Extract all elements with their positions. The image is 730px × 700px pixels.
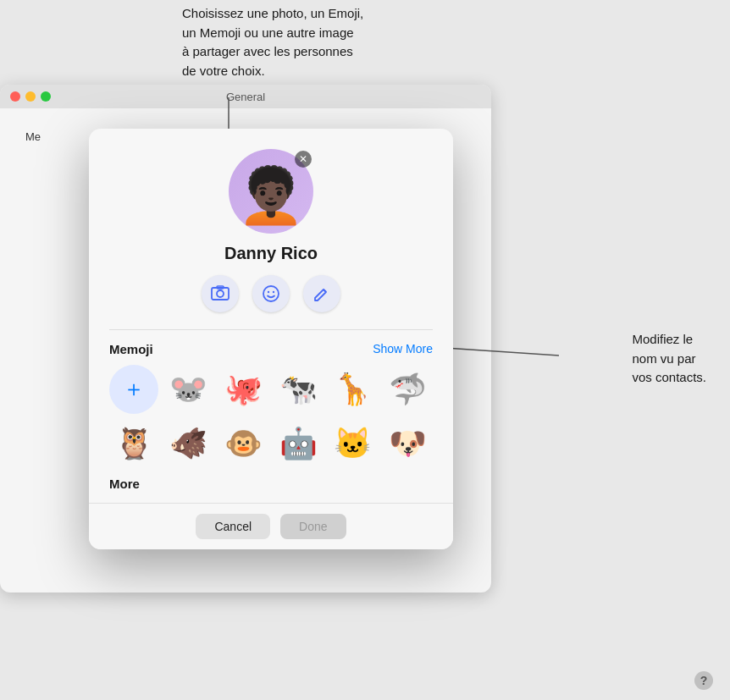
modal-footer: Cancel Done bbox=[89, 503, 453, 549]
emoji-mouse[interactable]: 🐭 bbox=[164, 365, 213, 414]
photo-button[interactable] bbox=[202, 275, 239, 312]
emoji-button[interactable] bbox=[252, 275, 290, 312]
modal-dialog: 🧑🏿‍🦱 ✕ Danny Rico bbox=[89, 129, 453, 549]
cancel-button[interactable]: Cancel bbox=[196, 514, 270, 539]
svg-point-7 bbox=[273, 290, 274, 292]
emoji-octopus[interactable]: 🐙 bbox=[218, 365, 268, 414]
show-more-button[interactable]: Show More bbox=[373, 342, 433, 356]
annotation-top: Choisissez une photo, un Emoji, un Memoj… bbox=[182, 4, 363, 80]
emoji-owl[interactable]: 🦉 bbox=[109, 419, 158, 468]
section-divider bbox=[109, 329, 433, 330]
modal-overlay: 🧑🏿‍🦱 ✕ Danny Rico bbox=[25, 85, 517, 593]
edit-name-button[interactable] bbox=[303, 275, 340, 312]
memoji-section-header: Memoji Show More bbox=[109, 342, 433, 365]
more-section: More bbox=[109, 477, 433, 503]
emoji-dog[interactable]: 🐶 bbox=[383, 419, 432, 468]
avatar-memoji: 🧑🏿‍🦱 bbox=[237, 168, 305, 223]
emoji-cat[interactable]: 🐱 bbox=[329, 419, 378, 468]
add-memoji-button[interactable]: ＋ bbox=[109, 365, 158, 414]
emoji-robot[interactable]: 🤖 bbox=[274, 419, 323, 468]
done-button[interactable]: Done bbox=[280, 514, 346, 539]
svg-point-6 bbox=[268, 290, 269, 292]
svg-point-5 bbox=[263, 286, 279, 301]
close-dot[interactable] bbox=[10, 91, 20, 102]
memoji-label: Memoji bbox=[109, 342, 153, 356]
emoji-shark[interactable]: 🦈 bbox=[383, 365, 432, 414]
modal-body: 🧑🏿‍🦱 ✕ Danny Rico bbox=[89, 129, 453, 503]
user-name: Danny Rico bbox=[224, 244, 318, 263]
emoji-giraffe[interactable]: 🦒 bbox=[329, 365, 378, 414]
svg-point-3 bbox=[217, 290, 224, 297]
avatar-close-button[interactable]: ✕ bbox=[295, 151, 312, 168]
emoji-boar[interactable]: 🐗 bbox=[164, 419, 213, 468]
help-button[interactable]: ? bbox=[694, 671, 713, 690]
emoji-grid: ＋ 🐭 🐙 🐄 🦒 🦈 🦉 🐗 🐵 🤖 🐱 🐶 bbox=[109, 365, 433, 468]
annotation-right: Modifiez le nom vu par vos contacts. bbox=[632, 330, 706, 388]
action-buttons-row bbox=[202, 275, 340, 312]
emoji-monkey[interactable]: 🐵 bbox=[218, 419, 268, 468]
more-label: More bbox=[109, 477, 433, 491]
emoji-cow[interactable]: 🐄 bbox=[274, 365, 323, 414]
avatar-container: 🧑🏿‍🦱 ✕ bbox=[229, 149, 313, 234]
